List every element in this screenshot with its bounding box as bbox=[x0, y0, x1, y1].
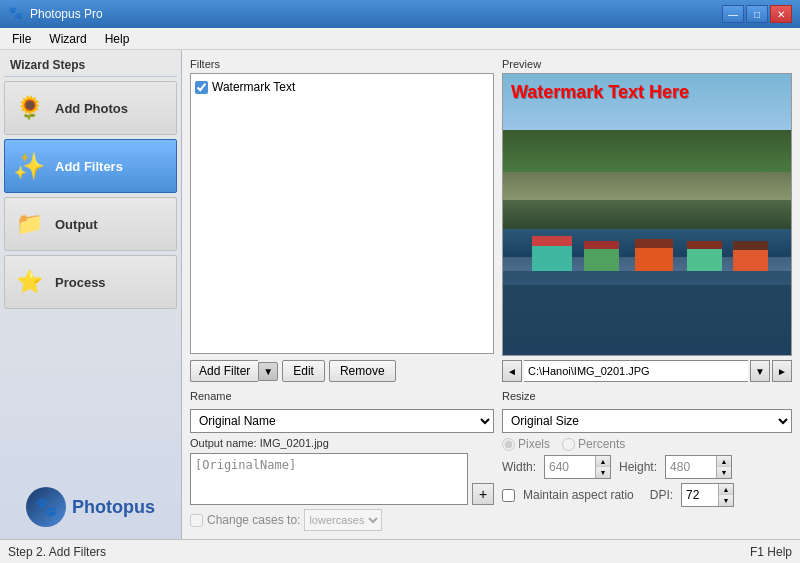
aspect-dpi-row: Maintain aspect ratio DPI: ▲ ▼ bbox=[502, 483, 792, 507]
percents-option: Percents bbox=[562, 437, 625, 451]
sidebar: Wizard Steps 🌻 Add Photos ✨ Add Filters … bbox=[0, 50, 182, 539]
change-cases-select[interactable]: lowercases bbox=[304, 509, 382, 531]
filters-buttons: Add Filter ▼ Edit Remove bbox=[190, 360, 494, 382]
minimize-button[interactable]: — bbox=[722, 5, 744, 23]
rename-label: Rename bbox=[190, 390, 494, 402]
nav-path: C:\Hanoi\IMG_0201.JPG bbox=[524, 360, 748, 382]
sidebar-item-add-photos[interactable]: 🌻 Add Photos bbox=[4, 81, 177, 135]
app-icon: 🐾 bbox=[8, 6, 24, 22]
height-input-group: ▲ ▼ bbox=[665, 455, 732, 479]
logo-text: Photopus bbox=[72, 497, 155, 518]
height-label: Height: bbox=[619, 460, 657, 474]
dpi-input-group: ▲ ▼ bbox=[681, 483, 734, 507]
add-filter-button[interactable]: Add Filter bbox=[190, 360, 258, 382]
house-orange bbox=[635, 239, 673, 271]
process-label: Process bbox=[55, 275, 106, 290]
change-cases-row: Change cases to: lowercases bbox=[190, 509, 494, 531]
width-up[interactable]: ▲ bbox=[596, 456, 610, 467]
sidebar-logo: 🐾 Photopus bbox=[0, 483, 181, 531]
filter-item-watermark: Watermark Text bbox=[195, 78, 489, 96]
percents-radio[interactable] bbox=[562, 438, 575, 451]
add-filters-icon: ✨ bbox=[11, 148, 47, 184]
sidebar-item-process[interactable]: ⭐ Process bbox=[4, 255, 177, 309]
water bbox=[503, 271, 791, 355]
menu-help[interactable]: Help bbox=[97, 30, 138, 48]
close-button[interactable]: ✕ bbox=[770, 5, 792, 23]
maintain-aspect-label: Maintain aspect ratio bbox=[523, 488, 634, 502]
add-tag-button[interactable]: + bbox=[472, 483, 494, 505]
output-name-textarea[interactable]: [OriginalName] bbox=[190, 453, 468, 505]
bottom-row: Rename Original Name Output name: IMG_02… bbox=[190, 390, 792, 531]
content-area: Filters Watermark Text Add Filter ▼ Edit… bbox=[182, 50, 800, 539]
sidebar-item-add-filters[interactable]: ✨ Add Filters bbox=[4, 139, 177, 193]
title-bar-left: 🐾 Photopus Pro bbox=[8, 6, 103, 22]
width-label: Width: bbox=[502, 460, 536, 474]
add-filter-arrow[interactable]: ▼ bbox=[258, 362, 278, 381]
remove-filter-button[interactable]: Remove bbox=[329, 360, 396, 382]
menu-file[interactable]: File bbox=[4, 30, 39, 48]
pixels-option: Pixels bbox=[502, 437, 550, 451]
process-icon: ⭐ bbox=[11, 264, 47, 300]
house-green bbox=[584, 241, 619, 271]
resize-options-row: Pixels Percents bbox=[502, 437, 792, 451]
filters-panel: Filters Watermark Text Add Filter ▼ Edit… bbox=[190, 58, 494, 382]
window-controls: — □ ✕ bbox=[722, 5, 792, 23]
prev-image-button[interactable]: ◄ bbox=[502, 360, 522, 382]
height-spinner: ▲ ▼ bbox=[716, 456, 731, 478]
change-cases-label: Change cases to: bbox=[207, 513, 300, 527]
height-input[interactable] bbox=[666, 456, 716, 478]
height-down[interactable]: ▼ bbox=[717, 467, 731, 478]
width-down[interactable]: ▼ bbox=[596, 467, 610, 478]
filter-watermark-label: Watermark Text bbox=[212, 80, 295, 94]
title-bar: 🐾 Photopus Pro — □ ✕ bbox=[0, 0, 800, 28]
maximize-button[interactable]: □ bbox=[746, 5, 768, 23]
width-input[interactable] bbox=[545, 456, 595, 478]
house-mint bbox=[687, 241, 722, 271]
status-right: F1 Help bbox=[750, 545, 792, 559]
dpi-up[interactable]: ▲ bbox=[719, 484, 733, 495]
resize-label: Resize bbox=[502, 390, 792, 402]
preview-nav: ◄ C:\Hanoi\IMG_0201.JPG ▼ ► bbox=[502, 360, 792, 382]
status-left: Step 2. Add Filters bbox=[8, 545, 106, 559]
filter-watermark-checkbox[interactable] bbox=[195, 81, 208, 94]
main-layout: Wizard Steps 🌻 Add Photos ✨ Add Filters … bbox=[0, 50, 800, 539]
pixels-label: Pixels bbox=[518, 437, 550, 451]
output-name-label: Output name: IMG_0201.jpg bbox=[190, 437, 494, 449]
edit-filter-button[interactable]: Edit bbox=[282, 360, 325, 382]
dpi-input[interactable] bbox=[682, 484, 718, 506]
filters-list: Watermark Text bbox=[190, 73, 494, 354]
rename-panel: Rename Original Name Output name: IMG_02… bbox=[190, 390, 494, 531]
width-input-group: ▲ ▼ bbox=[544, 455, 611, 479]
next-image-button[interactable]: ► bbox=[772, 360, 792, 382]
logo-icon: 🐾 bbox=[26, 487, 66, 527]
output-name-area: [OriginalName] + bbox=[190, 453, 494, 505]
sidebar-title: Wizard Steps bbox=[4, 54, 177, 77]
sidebar-item-output[interactable]: 📁 Output bbox=[4, 197, 177, 251]
resize-select[interactable]: Original Size bbox=[502, 409, 792, 433]
add-photos-icon: 🌻 bbox=[11, 90, 47, 126]
app-title: Photopus Pro bbox=[30, 7, 103, 21]
house-red bbox=[733, 241, 768, 271]
maintain-aspect-checkbox[interactable] bbox=[502, 489, 515, 502]
add-filter-group: Add Filter ▼ bbox=[190, 360, 278, 382]
preview-image-area: Watermark Text Here bbox=[502, 73, 792, 356]
output-icon: 📁 bbox=[11, 206, 47, 242]
watermark-text: Watermark Text Here bbox=[511, 82, 689, 103]
add-photos-label: Add Photos bbox=[55, 101, 128, 116]
preview-label: Preview bbox=[502, 58, 792, 70]
pixels-radio[interactable] bbox=[502, 438, 515, 451]
height-up[interactable]: ▲ bbox=[717, 456, 731, 467]
width-spinner: ▲ ▼ bbox=[595, 456, 610, 478]
rename-select[interactable]: Original Name bbox=[190, 409, 494, 433]
status-bar: Step 2. Add Filters F1 Help bbox=[0, 539, 800, 563]
preview-panel: Preview Watermark Text Here ◄ C:\ bbox=[502, 58, 792, 382]
dims-row: Width: ▲ ▼ Height: ▲ ▼ bbox=[502, 455, 792, 479]
percents-label: Percents bbox=[578, 437, 625, 451]
house-teal bbox=[532, 236, 572, 271]
change-cases-checkbox[interactable] bbox=[190, 514, 203, 527]
dpi-down[interactable]: ▼ bbox=[719, 495, 733, 506]
add-filters-label: Add Filters bbox=[55, 159, 123, 174]
nav-dropdown-button[interactable]: ▼ bbox=[750, 360, 770, 382]
filters-label: Filters bbox=[190, 58, 494, 70]
menu-wizard[interactable]: Wizard bbox=[41, 30, 94, 48]
